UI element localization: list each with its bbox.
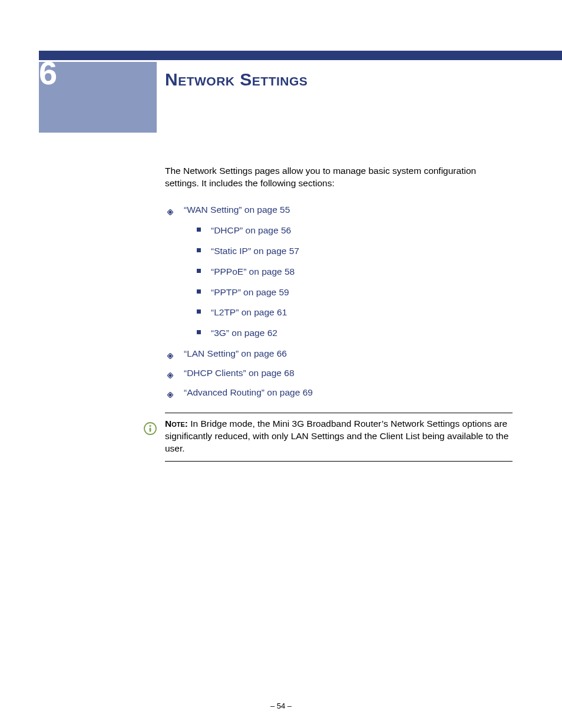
section-list: “WAN Setting” on page 55 “DHCP” on page … <box>165 204 513 399</box>
list-item: “3G” on page 62 <box>184 327 513 340</box>
list-item: “PPTP” on page 59 <box>184 286 513 299</box>
square-bullet-icon <box>197 269 201 273</box>
info-icon <box>144 422 157 437</box>
xref-l2tp[interactable]: “L2TP” on page 61 <box>211 307 287 317</box>
chapter-title: Network Settings <box>165 70 308 90</box>
xref-dhcp-clients[interactable]: “DHCP Clients” on page 68 <box>184 368 295 378</box>
intro-paragraph: The Network Settings pages allow you to … <box>165 165 513 190</box>
page-number-value: 54 <box>277 701 285 710</box>
xref-pppoe[interactable]: “PPPoE” on page 58 <box>211 266 295 276</box>
note-rule-bottom <box>165 461 513 462</box>
page-number: – 54 – <box>0 701 562 710</box>
note-text: In Bridge mode, the Mini 3G Broadband Ro… <box>165 419 508 453</box>
list-item: “Static IP” on page 57 <box>184 245 513 258</box>
page-number-prefix: – <box>270 701 277 710</box>
section-sublist: “DHCP” on page 56 “Static IP” on page 57… <box>184 225 513 340</box>
list-item: “PPPoE” on page 58 <box>184 266 513 278</box>
list-item: “DHCP” on page 56 <box>184 225 513 237</box>
xref-3g[interactable]: “3G” on page 62 <box>211 328 277 338</box>
list-item: “WAN Setting” on page 55 “DHCP” on page … <box>165 204 513 340</box>
diamond-bullet-icon <box>167 370 173 375</box>
svg-point-9 <box>149 425 151 427</box>
xref-pptp[interactable]: “PPTP” on page 59 <box>211 287 289 297</box>
xref-advanced-routing[interactable]: “Advanced Routing” on page 69 <box>184 387 313 397</box>
svg-rect-10 <box>150 428 151 432</box>
diamond-bullet-icon <box>167 350 173 356</box>
square-bullet-icon <box>197 248 201 252</box>
list-item: “LAN Setting” on page 66 <box>165 348 513 360</box>
square-bullet-icon <box>197 330 201 334</box>
xref-wan-setting[interactable]: “WAN Setting” on page 55 <box>184 205 290 215</box>
xref-static-ip[interactable]: “Static IP” on page 57 <box>211 246 299 256</box>
note-label: Note: <box>165 419 188 429</box>
diamond-bullet-icon <box>167 389 173 395</box>
square-bullet-icon <box>197 309 201 314</box>
xref-dhcp[interactable]: “DHCP” on page 56 <box>211 225 291 235</box>
note-body: Note: In Bridge mode, the Mini 3G Broadb… <box>165 413 513 461</box>
header-top-bar <box>39 51 562 60</box>
body-content: The Network Settings pages allow you to … <box>165 165 513 406</box>
list-item: “Advanced Routing” on page 69 <box>165 387 513 399</box>
note-block: Note: In Bridge mode, the Mini 3G Broadb… <box>165 413 513 462</box>
square-bullet-icon <box>197 228 201 232</box>
list-item: “DHCP Clients” on page 68 <box>165 367 513 380</box>
page-number-suffix: – <box>285 701 292 710</box>
xref-lan-setting[interactable]: “LAN Setting” on page 66 <box>184 348 287 358</box>
diamond-bullet-icon <box>167 206 173 212</box>
chapter-number: 6 <box>39 57 74 90</box>
square-bullet-icon <box>197 289 201 294</box>
list-item: “L2TP” on page 61 <box>184 307 513 319</box>
